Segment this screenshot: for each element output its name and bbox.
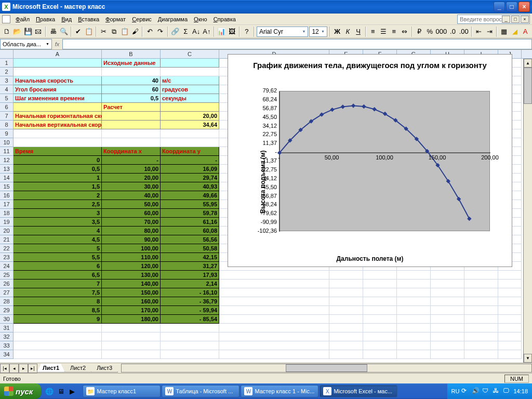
format-painter-icon[interactable]: 🖌 — [130, 26, 140, 37]
cell[interactable] — [363, 332, 397, 341]
cell[interactable]: 0 — [14, 156, 102, 165]
mdi-restore-button[interactable]: □ — [511, 16, 520, 23]
row-header[interactable]: 12 — [0, 156, 14, 165]
row-header[interactable]: 11 — [0, 147, 14, 156]
formula-input[interactable] — [62, 39, 532, 49]
sort-desc-icon[interactable]: A↑ — [202, 26, 211, 37]
cell[interactable]: 50,00 — [102, 200, 161, 209]
cell[interactable] — [498, 280, 522, 288]
cell[interactable]: 7,5 — [14, 288, 102, 297]
cell[interactable]: 180,00 — [102, 315, 161, 324]
cell[interactable] — [329, 315, 363, 324]
cell[interactable] — [431, 341, 464, 350]
cell[interactable]: градусов — [161, 85, 219, 94]
cell[interactable] — [363, 271, 397, 280]
cell[interactable] — [219, 271, 329, 280]
drawing-icon[interactable]: 🖼 — [227, 26, 236, 37]
cell[interactable] — [397, 324, 431, 332]
fill-color-icon[interactable]: ◢ — [510, 26, 520, 37]
cell[interactable] — [431, 271, 464, 280]
cell[interactable] — [14, 103, 102, 112]
cell[interactable] — [14, 341, 102, 350]
cell[interactable] — [329, 332, 363, 341]
menu-item[interactable]: Справка — [210, 15, 239, 23]
cell[interactable] — [498, 350, 522, 359]
paste-icon[interactable]: 📋 — [120, 26, 129, 37]
tray-volume-icon[interactable]: 🔊 — [472, 387, 480, 395]
cell[interactable]: 5,5 — [14, 253, 102, 262]
cell[interactable]: 8,5 — [14, 306, 102, 315]
cell[interactable]: 90,00 — [102, 235, 161, 244]
cell[interactable]: 100,00 — [102, 244, 161, 253]
cell[interactable] — [329, 297, 363, 306]
cell[interactable] — [102, 68, 161, 76]
taskbar-task[interactable]: 📁Мастер класс1 — [83, 385, 161, 397]
column-header[interactable]: B — [102, 50, 161, 58]
cell[interactable]: 56,56 — [161, 235, 219, 244]
cell[interactable] — [498, 271, 522, 280]
merge-center-icon[interactable]: ⇔ — [400, 26, 409, 37]
quicklaunch-ie-icon[interactable]: 🌐 — [44, 386, 55, 396]
menu-item[interactable]: Окно — [191, 15, 210, 23]
row-header[interactable]: 8 — [0, 121, 14, 129]
italic-button[interactable]: К — [343, 26, 352, 37]
column-header[interactable]: A — [14, 50, 102, 58]
row-header[interactable]: 3 — [0, 76, 14, 85]
cell[interactable] — [329, 306, 363, 315]
cell[interactable] — [431, 306, 464, 315]
cell[interactable]: - 16,10 — [161, 288, 219, 297]
cell[interactable] — [431, 315, 464, 324]
cell[interactable]: 5 — [14, 244, 102, 253]
cell[interactable]: 60,08 — [161, 227, 219, 235]
row-header[interactable]: 22 — [0, 244, 14, 253]
align-center-icon[interactable]: ☰ — [379, 26, 388, 37]
cell[interactable]: 6,5 — [14, 271, 102, 280]
cell[interactable]: 20,00 — [161, 112, 219, 121]
cell[interactable] — [464, 332, 498, 341]
tray-icon[interactable]: ⟳ — [461, 387, 470, 395]
cell[interactable] — [498, 324, 522, 332]
cell[interactable] — [219, 306, 329, 315]
menu-item[interactable]: Формат — [102, 15, 129, 23]
cell[interactable] — [498, 288, 522, 297]
row-header[interactable]: 31 — [0, 324, 14, 332]
cell[interactable]: 2,5 — [14, 200, 102, 209]
row-header[interactable]: 26 — [0, 280, 14, 288]
row-header[interactable]: 6 — [0, 103, 14, 112]
vertical-scrollbar[interactable]: ▲ ▼ — [523, 59, 532, 363]
taskbar-task[interactable]: XMicrosoft Excel - мас... — [320, 385, 397, 397]
cell[interactable]: 16,09 — [161, 165, 219, 174]
cell[interactable] — [102, 112, 161, 121]
language-indicator[interactable]: RU — [451, 388, 460, 394]
decrease-decimal-icon[interactable]: .0 — [448, 26, 457, 37]
scroll-up-button[interactable]: ▲ — [524, 59, 532, 68]
row-header[interactable]: 32 — [0, 332, 14, 341]
cell[interactable] — [219, 315, 329, 324]
cell[interactable]: Расчет — [102, 103, 161, 112]
cell[interactable] — [363, 315, 397, 324]
cell[interactable] — [431, 324, 464, 332]
cell[interactable] — [363, 288, 397, 297]
cell[interactable] — [219, 280, 329, 288]
cell[interactable] — [431, 288, 464, 297]
tab-nav-prev[interactable]: ◂ — [9, 364, 19, 373]
autosum-icon[interactable]: Σ — [181, 26, 190, 37]
menu-item[interactable]: Диаграмма — [155, 15, 191, 23]
row-header[interactable]: 13 — [0, 165, 14, 174]
cell[interactable]: Угол бросания — [14, 85, 102, 94]
taskbar-task[interactable]: WТаблица - Microsoft ... — [162, 385, 240, 397]
row-header[interactable]: 21 — [0, 235, 14, 244]
cell[interactable]: Время — [14, 147, 102, 156]
chart-icon[interactable]: 📊 — [217, 26, 226, 37]
tray-shield-icon[interactable]: 🛡 — [482, 387, 490, 395]
cell[interactable] — [102, 332, 161, 341]
cell[interactable] — [363, 297, 397, 306]
cell[interactable] — [464, 324, 498, 332]
sheet-tab[interactable]: Лист3 — [91, 364, 118, 373]
cell[interactable]: 110,00 — [102, 253, 161, 262]
cell[interactable]: - 36,79 — [161, 297, 219, 306]
row-header[interactable]: 9 — [0, 129, 14, 138]
cell[interactable] — [219, 297, 329, 306]
row-header[interactable]: 20 — [0, 227, 14, 235]
research-icon[interactable]: 📋 — [84, 26, 94, 37]
